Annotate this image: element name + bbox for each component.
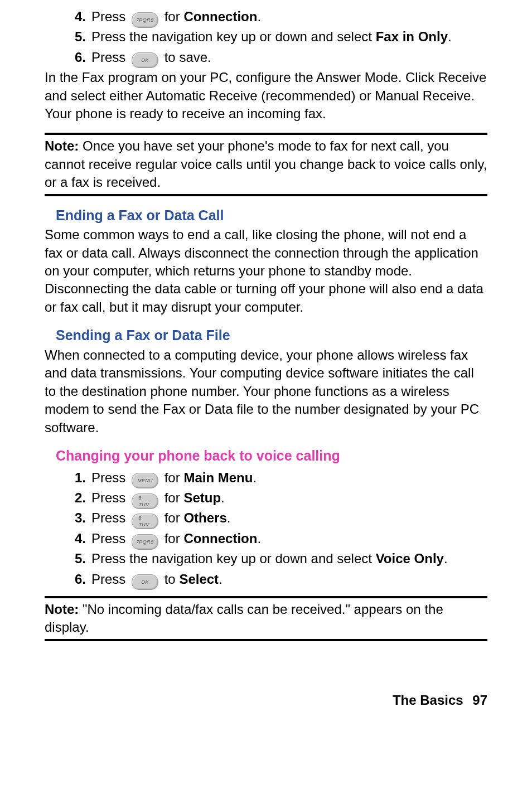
- step-number: 6.: [67, 570, 91, 588]
- text: In the Fax program on your PC, configure…: [45, 70, 316, 85]
- key-8tuv-icon: [132, 514, 158, 529]
- step-body: Press for Others.: [91, 509, 487, 527]
- step-number: 1.: [67, 469, 91, 487]
- bold-label: Connection: [183, 9, 257, 24]
- step-body: Press the navigation key up or down and …: [91, 28, 487, 46]
- section-title: The Basics: [393, 693, 463, 708]
- step-body: Press to Select.: [91, 570, 487, 588]
- text: (recommended) or: [258, 88, 375, 103]
- heading-ending-fax-data-call: Ending a Fax or Data Call: [56, 206, 487, 225]
- step-number: 4.: [67, 8, 91, 26]
- step-body: Press the navigation key up or down and …: [91, 550, 487, 568]
- text: for: [165, 531, 180, 546]
- text: Press: [91, 9, 125, 24]
- fax-intro-paragraph: In the Fax program on your PC, configure…: [45, 69, 487, 123]
- list-item: 1. Press for Main Menu.: [67, 469, 487, 487]
- text: .: [444, 551, 448, 566]
- list-item: 6. Press to save.: [67, 49, 487, 66]
- step-number: 3.: [67, 509, 91, 527]
- text: to: [165, 572, 176, 587]
- text: .: [257, 9, 261, 24]
- step-number: 6.: [67, 49, 91, 66]
- text: Press the navigation key up or down and …: [91, 551, 372, 566]
- text: to save.: [165, 50, 211, 65]
- note-text: Once you have set your phone's mode to f…: [45, 138, 487, 190]
- key-8tuv-icon: [132, 493, 158, 509]
- heading-sending-fax-data-file: Sending a Fax or Data File: [56, 326, 487, 345]
- page-number: 97: [472, 693, 487, 708]
- emphasis: Answer Mode: [316, 70, 398, 85]
- step-body: Press for Setup.: [91, 489, 487, 507]
- continued-steps-list: 4. Press for Connection. 5. Press the na…: [67, 8, 487, 66]
- voice-steps-list: 1. Press for Main Menu. 2. Press for Set…: [67, 469, 487, 588]
- text: .: [448, 29, 452, 44]
- text: Press: [91, 531, 125, 546]
- text: Press the navigation key up or down and …: [91, 29, 372, 44]
- list-item: 6. Press to Select.: [67, 570, 487, 588]
- list-item: 4. Press for Connection.: [67, 8, 487, 26]
- note-1: Note: Once you have set your phone's mod…: [45, 137, 487, 191]
- text: Press: [91, 572, 125, 587]
- key-menu-icon: [132, 473, 158, 488]
- text: for: [165, 490, 180, 505]
- bold-label: Setup: [183, 490, 221, 505]
- step-body: Press to save.: [91, 49, 487, 66]
- list-item: 4. Press for Connection.: [67, 530, 487, 548]
- text: .: [227, 510, 231, 525]
- heading-changing-voice: Changing your phone back to voice callin…: [56, 447, 487, 466]
- note-2: Note: "No incoming data/fax calls can be…: [45, 601, 487, 637]
- text: for: [165, 9, 180, 24]
- text: .: [219, 572, 223, 587]
- list-item: 2. Press for Setup.: [67, 489, 487, 507]
- list-item: 5. Press the navigation key up or down a…: [67, 550, 487, 568]
- bold-label: Select: [179, 572, 219, 587]
- note-label: Note:: [45, 602, 79, 617]
- text: .: [253, 470, 257, 485]
- bold-label: Main Menu: [183, 470, 253, 485]
- text: Press: [91, 50, 125, 65]
- list-item: 5. Press the navigation key up or down a…: [67, 28, 487, 46]
- key-ok-icon: [132, 574, 158, 590]
- emphasis: Manual Receive: [375, 88, 471, 103]
- emphasis: Automatic Receive: [146, 88, 257, 103]
- divider: [45, 639, 487, 641]
- step-body: Press for Connection.: [91, 8, 487, 26]
- bold-label: Voice Only: [376, 551, 444, 566]
- key-7pqrs-icon: [132, 12, 158, 28]
- divider: [45, 133, 487, 135]
- step-body: Press for Connection.: [91, 530, 487, 548]
- step-number: 5.: [67, 28, 91, 46]
- step-body: Press for Main Menu.: [91, 469, 487, 487]
- divider: [45, 596, 487, 598]
- step-number: 5.: [67, 550, 91, 568]
- text: Press: [91, 490, 125, 505]
- key-ok-icon: [132, 52, 158, 68]
- step-number: 2.: [67, 489, 91, 507]
- text: for: [165, 470, 180, 485]
- note-text: "No incoming data/fax calls can be recei…: [45, 602, 443, 635]
- text: .: [221, 490, 225, 505]
- note-label: Note:: [45, 138, 79, 153]
- bold-label: Fax in Only: [376, 29, 448, 44]
- text: for: [165, 510, 180, 525]
- bold-label: Others: [183, 510, 226, 525]
- ending-body: Some common ways to end a call, like clo…: [45, 226, 487, 316]
- key-7pqrs-icon: [132, 534, 158, 550]
- page-footer: The Basics 97: [45, 691, 487, 709]
- step-number: 4.: [67, 530, 91, 548]
- text: Press: [91, 470, 125, 485]
- list-item: 3. Press for Others.: [67, 509, 487, 527]
- text: .: [257, 531, 261, 546]
- bold-label: Connection: [183, 531, 257, 546]
- text: Press: [91, 510, 125, 525]
- sending-body: When connected to a computing device, yo…: [45, 346, 487, 437]
- divider: [45, 194, 487, 196]
